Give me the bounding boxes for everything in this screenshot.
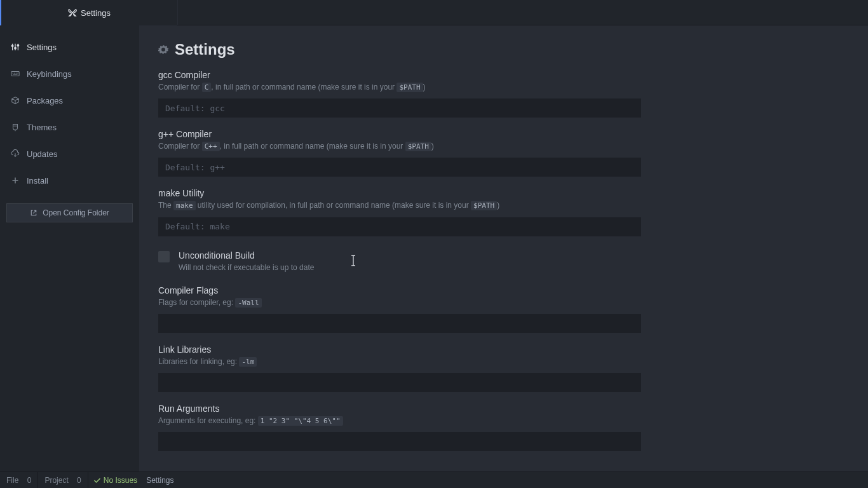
open-config-folder-button[interactable]: Open Config Folder [6, 203, 133, 222]
paintcan-icon [10, 122, 20, 132]
setting-desc-runargs: Arguments for executing, eg: 1 "2 3" "\"… [158, 415, 641, 427]
svg-point-2 [17, 44, 19, 46]
setting-title-libs: Link Libraries [158, 344, 641, 355]
setting-title-cflags: Compiler Flags [158, 285, 641, 295]
setting-desc-make: The make utility used for compilation, i… [158, 200, 641, 212]
settings-content: Settings gcc Compiler Compiler for C, in… [139, 25, 868, 471]
status-no-issues[interactable]: No Issues [88, 476, 142, 485]
setting-desc-cflags: Flags for compiler, eg: -Wall [158, 297, 641, 309]
tab-settings[interactable]: Settings [0, 0, 177, 25]
tab-label: Settings [81, 8, 111, 18]
setting-desc-gpp: Compiler for C++, in full path or comman… [158, 140, 641, 152]
gear-icon [158, 44, 168, 55]
sidebar-item-themes[interactable]: Themes [6, 116, 133, 139]
setting-desc-gcc: Compiler for C, in full path or command … [158, 81, 641, 93]
sidebar-item-label: Updates [27, 149, 57, 159]
gcc-compiler-input[interactable] [158, 98, 641, 118]
setting-title-make: make Utility [158, 188, 641, 198]
status-bar: File 0 Project 0 No Issues Settings [0, 471, 868, 488]
status-page: Settings [142, 476, 177, 485]
tab-bar-empty [179, 0, 868, 25]
sidebar-item-label: Themes [27, 123, 57, 132]
link-libraries-input[interactable] [158, 373, 641, 392]
svg-point-0 [11, 45, 13, 47]
sidebar-item-install[interactable]: Install [6, 169, 133, 192]
check-icon [93, 477, 101, 484]
status-project[interactable]: Project 0 [38, 472, 88, 488]
gpp-compiler-input[interactable] [158, 158, 641, 177]
svg-rect-3 [11, 72, 19, 76]
config-button-label: Open Config Folder [43, 208, 109, 217]
sidebar-item-keybindings[interactable]: Keybindings [6, 62, 133, 85]
sliders-icon [10, 42, 20, 52]
sidebar-item-updates[interactable]: Updates [6, 142, 133, 165]
setting-title-gpp: g++ Compiler [158, 129, 641, 139]
keyboard-icon [10, 69, 20, 79]
link-external-icon [30, 209, 37, 217]
package-icon [10, 95, 20, 105]
run-arguments-input[interactable] [158, 432, 641, 451]
sidebar-item-packages[interactable]: Packages [6, 89, 133, 112]
plus-icon [10, 175, 20, 186]
unconditional-build-checkbox[interactable] [158, 251, 170, 262]
make-utility-input[interactable] [158, 217, 641, 236]
sidebar-item-label: Packages [27, 96, 63, 105]
setting-desc-unconditional: Will not check if executable is up to da… [179, 262, 314, 274]
cloud-download-icon [10, 149, 20, 159]
compiler-flags-input[interactable] [158, 314, 641, 333]
setting-title-runargs: Run Arguments [158, 403, 641, 414]
sidebar-item-settings[interactable]: Settings [6, 36, 133, 58]
sidebar-item-label: Settings [27, 43, 57, 52]
tools-icon [68, 8, 77, 17]
sidebar-item-label: Keybindings [27, 69, 72, 79]
status-file[interactable]: File 0 [0, 472, 38, 488]
settings-sidebar: Settings Keybindings Packages Themes Upd… [0, 25, 139, 471]
svg-point-1 [15, 47, 17, 49]
page-title: Settings [175, 41, 235, 58]
setting-desc-libs: Libraries for linking, eg: -lm [158, 356, 641, 368]
setting-title-gcc: gcc Compiler [158, 70, 641, 80]
setting-title-unconditional: Unconditional Build [179, 250, 314, 261]
sidebar-item-label: Install [27, 176, 48, 186]
